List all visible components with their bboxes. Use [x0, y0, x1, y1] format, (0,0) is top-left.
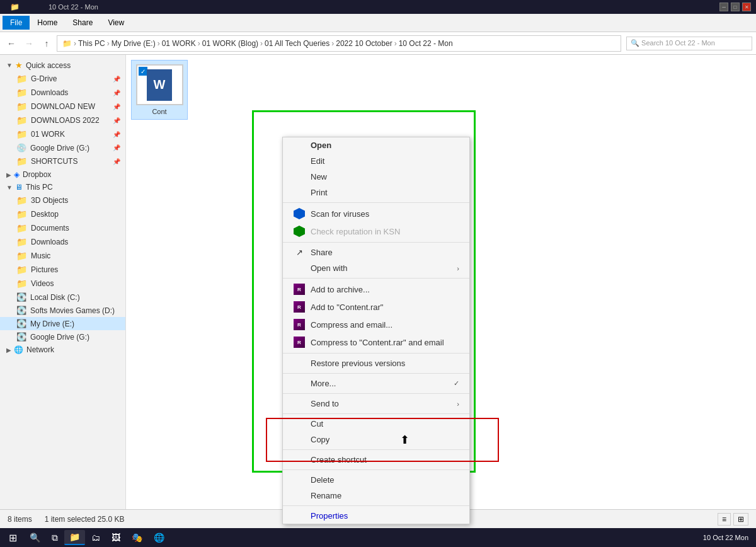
sidebar-item-local-disk-c[interactable]: 💽 Local Disk (C:) [0, 291, 125, 304]
sidebar-item-pictures[interactable]: 📁 Pictures [0, 263, 125, 277]
ctx-print[interactable]: Print [283, 185, 469, 200]
tab-view[interactable]: View [100, 16, 132, 30]
quick-access-star-icon: ★ [15, 60, 23, 70]
task-view-button[interactable]: ⧉ [47, 530, 63, 545]
sidebar-item-01work[interactable]: 📁 01 WORK 📌 [0, 127, 125, 141]
ctx-check-reputation: Check reputation in KSN [283, 222, 469, 240]
sidebar-item-downloads-thispc[interactable]: 📁 Downloads [0, 235, 125, 249]
tab-file[interactable]: File [3, 16, 30, 30]
taskbar-app-store[interactable]: 🗂 [86, 530, 105, 545]
sidebar-item-downloads[interactable]: 📁 Downloads 📌 [0, 86, 125, 100]
sidebar-shortcuts-label: SHORTCUTS [31, 157, 77, 166]
breadcrumb-all-tech[interactable]: 01 All Tech Queries [265, 39, 329, 48]
ctx-compress-content-rar-email[interactable]: R Compress to "Content.rar" and email [283, 333, 469, 351]
back-button[interactable]: ← [4, 36, 19, 51]
taskbar-app-browser[interactable]: 🌐 [149, 530, 169, 545]
taskbar-app-theater[interactable]: 🎭 [127, 530, 147, 545]
this-pc-label: This PC [26, 183, 53, 192]
sidebar-my-drive-e-label: My Drive (E:) [30, 320, 74, 328]
sidebar-downloads-label: Downloads [31, 88, 68, 97]
tab-share[interactable]: Share [65, 16, 100, 30]
ctx-compress-email[interactable]: R Compress and email... [283, 316, 469, 333]
ctx-add-archive[interactable]: R Add to archive... [283, 280, 469, 298]
ctx-share[interactable]: ↗ Share [283, 245, 469, 260]
sidebar-item-downloads-2022[interactable]: 📁 DOWNLOADS 2022 📌 [0, 113, 125, 127]
file-item-content[interactable]: ✓ W Cont [131, 60, 188, 120]
file-explorer-taskbar[interactable]: 📁 [64, 530, 85, 545]
forward-button[interactable]: → [21, 36, 37, 51]
sidebar-network-header[interactable]: ▶ 🌐 Network [0, 343, 125, 356]
sidebar-this-pc-header[interactable]: ▼ 🖥 This PC [0, 181, 125, 193]
ctx-scan-viruses[interactable]: Scan for viruses [283, 205, 469, 222]
ctx-open-with[interactable]: Open with › [283, 260, 469, 276]
breadcrumb-01work[interactable]: 01 WORK [162, 39, 196, 48]
sidebar-item-gdrive[interactable]: 📁 G-Drive 📌 [0, 72, 125, 86]
breadcrumb-current[interactable]: 10 Oct 22 - Mon [399, 39, 453, 48]
start-button[interactable]: ⊞ [3, 532, 23, 544]
sidebar-gdrive-label: G-Drive [31, 74, 57, 83]
breadcrumb-this-pc[interactable]: This PC [78, 39, 105, 48]
sidebar-desktop-label: Desktop [31, 210, 59, 219]
ribbon-tabs: File Home Share View [0, 14, 756, 32]
taskbar-app-photos[interactable]: 🖼 [106, 530, 125, 545]
close-button[interactable]: ✕ [742, 3, 751, 11]
ctx-more[interactable]: More... ✓ [283, 376, 469, 391]
ctx-restore-versions[interactable]: Restore previous versions [283, 355, 469, 371]
sidebar-item-desktop[interactable]: 📁 Desktop [0, 207, 125, 221]
ctx-new[interactable]: New [283, 169, 469, 185]
file-checkbox[interactable]: ✓ [139, 67, 147, 76]
pin-icon-5: 📌 [113, 131, 120, 138]
breadcrumb[interactable]: 📁 › This PC › My Drive (E:) › 01 WORK › … [57, 35, 621, 52]
videos-icon: 📁 [16, 279, 27, 289]
ctx-open[interactable]: Open [283, 137, 469, 153]
send-to-arrow: › [457, 400, 459, 408]
breadcrumb-my-drive[interactable]: My Drive (E:) [112, 39, 156, 48]
items-count: 8 items [8, 515, 32, 524]
sidebar-music-label: Music [31, 251, 50, 260]
dropbox-icon: ◈ [14, 170, 20, 179]
ctx-rename[interactable]: Rename [283, 488, 469, 504]
sidebar-item-download-new[interactable]: 📁 DOWNLOAD NEW 📌 [0, 100, 125, 113]
ctx-delete[interactable]: Delete [283, 472, 469, 488]
ctx-edit[interactable]: Edit [283, 153, 469, 169]
up-button[interactable]: ↑ [39, 36, 54, 51]
breadcrumb-2022-oct[interactable]: 2022 10 October [336, 39, 392, 48]
breadcrumb-01workblog[interactable]: 01 WORK (Blog) [202, 39, 258, 48]
title-text: 10 Oct 22 - Mon [49, 3, 98, 11]
minimize-button[interactable]: ─ [719, 3, 728, 11]
sidebar-dropbox-header[interactable]: ▶ ◈ Dropbox [0, 168, 125, 181]
sidebar-item-shortcuts[interactable]: 📁 SHORTCUTS 📌 [0, 154, 125, 168]
sidebar-item-documents[interactable]: 📁 Documents [0, 221, 125, 235]
ctx-cut[interactable]: Cut [283, 416, 469, 432]
sidebar-item-3dobjects[interactable]: 📁 3D Objects [0, 193, 125, 207]
sidebar-item-softs[interactable]: 💽 Softs Movies Games (D:) [0, 304, 125, 317]
sidebar-documents-label: Documents [31, 224, 69, 233]
ctx-copy[interactable]: Copy [283, 432, 469, 447]
address-bar: ← → ↑ 📁 › This PC › My Drive (E:) › 01 W… [0, 32, 756, 55]
tab-home[interactable]: Home [30, 16, 65, 30]
grid-view-button[interactable]: ⊞ [733, 513, 748, 526]
ctx-properties[interactable]: Properties [283, 508, 469, 524]
list-view-button[interactable]: ≡ [718, 513, 731, 526]
sidebar-item-videos[interactable]: 📁 Videos [0, 277, 125, 291]
ctx-create-shortcut[interactable]: Create shortcut [283, 452, 469, 468]
ctx-send-to[interactable]: Send to › [283, 396, 469, 412]
selected-info: 1 item selected 25.0 KB [45, 515, 125, 524]
search-box[interactable]: 🔍 Search 10 Oct 22 - Mon [626, 37, 752, 50]
pin-icon-3: 📌 [113, 103, 120, 110]
sidebar-item-google-drive[interactable]: 💿 Google Drive (G:) 📌 [0, 141, 125, 154]
maximize-button[interactable]: □ [731, 3, 740, 11]
download-new-icon: 📁 [16, 101, 27, 112]
sidebar-item-music[interactable]: 📁 Music [0, 249, 125, 263]
ctx-add-content-rar[interactable]: R Add to "Content.rar" [283, 298, 469, 316]
computer-icon: 🖥 [15, 183, 23, 192]
sidebar-item-my-drive-e[interactable]: 💽 My Drive (E:) [0, 317, 125, 330]
google-drive-icon: 💿 [16, 143, 26, 153]
pin-icon-7: 📌 [113, 158, 120, 165]
sidebar-item-google-drive-g[interactable]: 💽 Google Drive (G:) [0, 330, 125, 343]
sidebar-quick-access-header[interactable]: ▼ ★ Quick access [0, 59, 125, 72]
sidebar-01work-label: 01 WORK [31, 130, 65, 139]
search-button[interactable]: 🔍 [25, 530, 45, 545]
content-area: ✓ W Cont Open Edit New [126, 55, 756, 529]
sidebar: ▼ ★ Quick access 📁 G-Drive 📌 📁 Downloads… [0, 55, 126, 529]
